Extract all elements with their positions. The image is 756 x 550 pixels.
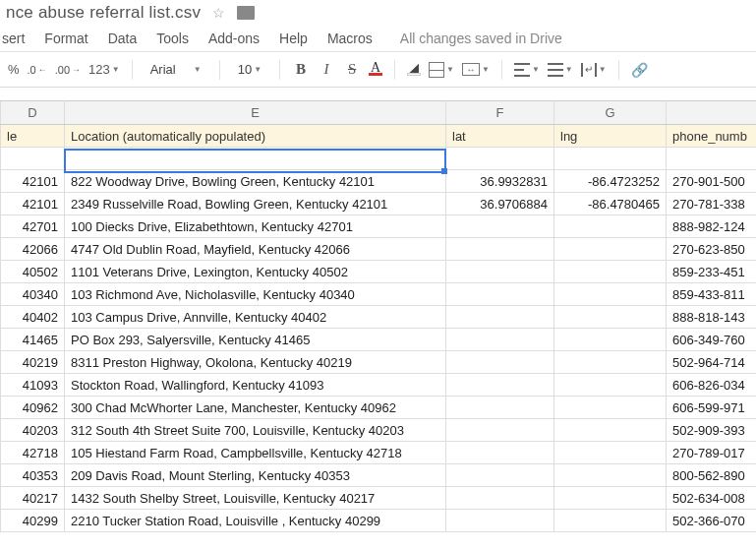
cell[interactable] [554, 487, 667, 510]
vertical-align-button[interactable]: ▼ [548, 63, 573, 77]
cell[interactable]: 36.9706884 [446, 193, 554, 215]
cell[interactable]: 40340 [1, 283, 65, 306]
cell[interactable]: 36.9932831 [446, 170, 554, 193]
merge-cells-button[interactable]: ▼ [462, 63, 490, 76]
cell[interactable]: 888-982-124 [667, 215, 757, 238]
text-wrap-button[interactable]: ▼ [581, 63, 607, 77]
cell[interactable] [446, 215, 554, 238]
cell[interactable] [446, 148, 554, 170]
cell[interactable]: 502-366-070 [667, 510, 757, 532]
text-color-button[interactable]: A [369, 63, 382, 76]
folder-icon[interactable] [237, 6, 255, 20]
column-header-E[interactable]: E [65, 101, 446, 125]
cell[interactable]: 8311 Preston Highway, Okolona, Kentucky … [65, 351, 446, 374]
cell[interactable]: 2349 Russelville Road, Bowling Green, Ke… [65, 193, 446, 215]
menu-tools[interactable]: Tools [156, 31, 189, 46]
cell[interactable] [65, 148, 446, 170]
font-select[interactable]: Arial▼ [145, 60, 207, 79]
document-filename[interactable]: nce abuse referral list.csv [6, 3, 201, 23]
cell[interactable] [554, 374, 667, 397]
header-cell[interactable]: lng [554, 125, 667, 148]
menu-addons[interactable]: Add-ons [208, 31, 260, 46]
cell[interactable]: 606-599-971 [667, 397, 757, 419]
cell[interactable]: 502-909-393 [667, 419, 757, 442]
cell[interactable] [554, 283, 667, 306]
cell[interactable] [554, 419, 667, 442]
cell[interactable] [554, 148, 667, 170]
menu-insert[interactable]: sert [2, 31, 25, 46]
cell[interactable]: 822 Woodway Drive, Bowling Green, Kentuc… [65, 170, 446, 193]
column-header-G[interactable]: G [554, 101, 667, 125]
cell[interactable] [554, 329, 667, 351]
insert-link-button[interactable]: 🔗 [631, 61, 649, 79]
font-size-select[interactable]: 10▼ [232, 60, 267, 79]
cell[interactable]: 42066 [1, 238, 65, 261]
cell[interactable]: 40203 [1, 419, 65, 442]
cell[interactable]: 270-789-017 [667, 442, 757, 464]
header-cell[interactable]: lat [446, 125, 554, 148]
cell[interactable] [446, 238, 554, 261]
menu-data[interactable]: Data [108, 31, 138, 46]
italic-button[interactable]: I [318, 61, 335, 79]
cell[interactable]: 40299 [1, 510, 65, 532]
cell[interactable] [554, 215, 667, 238]
decrease-decimal-button[interactable]: .0← [28, 64, 47, 76]
cell[interactable] [554, 442, 667, 464]
format-percent-button[interactable]: % [8, 62, 20, 77]
cell[interactable] [554, 464, 667, 487]
cell[interactable]: 4747 Old Dublin Road, Mayfield, Kentucky… [65, 238, 446, 261]
cell[interactable]: -86.4780465 [554, 193, 667, 215]
cell[interactable]: 42718 [1, 442, 65, 464]
borders-button[interactable]: ▼ [429, 62, 454, 78]
cell[interactable]: 41093 [1, 374, 65, 397]
fill-color-button[interactable]: ◢ [407, 63, 421, 76]
cell[interactable] [446, 374, 554, 397]
strikethrough-button[interactable]: S [343, 61, 361, 79]
header-cell[interactable]: le [1, 125, 65, 148]
cell[interactable]: 40217 [1, 487, 65, 510]
cell[interactable] [554, 261, 667, 283]
cell[interactable] [667, 148, 757, 170]
cell[interactable] [554, 397, 667, 419]
cell[interactable]: 41465 [1, 329, 65, 351]
cell[interactable]: 270-781-338 [667, 193, 757, 215]
menu-macros[interactable]: Macros [327, 31, 373, 46]
cell[interactable] [446, 306, 554, 329]
number-format-button[interactable]: 123▼ [88, 62, 120, 77]
cell[interactable] [446, 464, 554, 487]
cell[interactable] [554, 238, 667, 261]
cell[interactable] [446, 442, 554, 464]
column-header-D[interactable]: D [1, 101, 65, 125]
header-cell[interactable]: phone_numb [667, 125, 757, 148]
cell[interactable] [446, 261, 554, 283]
cell[interactable]: Stockton Road, Wallingford, Kentucky 410… [65, 374, 446, 397]
cell[interactable]: 502-634-008 [667, 487, 757, 510]
cell[interactable] [554, 306, 667, 329]
cell[interactable] [446, 487, 554, 510]
column-header-F[interactable]: F [446, 101, 554, 125]
cell[interactable]: 103 Richmond Ave, Nicholasville, Kentuck… [65, 283, 446, 306]
cell[interactable]: 606-826-034 [667, 374, 757, 397]
column-header-H[interactable] [667, 101, 757, 125]
cell[interactable]: 40219 [1, 351, 65, 374]
cell[interactable]: 270-901-500 [667, 170, 757, 193]
cell[interactable]: 2210 Tucker Station Road, Louisville , K… [65, 510, 446, 532]
star-icon[interactable]: ☆ [212, 5, 225, 21]
cell[interactable] [446, 419, 554, 442]
cell[interactable]: PO Box 293, Salyersville, Kentucky 41465 [65, 329, 446, 351]
cell[interactable] [446, 283, 554, 306]
cell[interactable]: 40402 [1, 306, 65, 329]
cell[interactable] [446, 351, 554, 374]
cell[interactable]: 105 Hiestand Farm Road, Campbellsville, … [65, 442, 446, 464]
cell[interactable] [446, 510, 554, 532]
menu-help[interactable]: Help [279, 31, 308, 46]
cell[interactable] [446, 329, 554, 351]
cell[interactable]: 270-623-850 [667, 238, 757, 261]
cell[interactable]: 42701 [1, 215, 65, 238]
header-cell[interactable]: Location (automatically populated) [65, 125, 446, 148]
cell[interactable] [446, 397, 554, 419]
cell[interactable]: 888-818-143 [667, 306, 757, 329]
bold-button[interactable]: B [292, 61, 310, 79]
cell[interactable]: 40962 [1, 397, 65, 419]
cell[interactable]: 859-233-451 [667, 261, 757, 283]
